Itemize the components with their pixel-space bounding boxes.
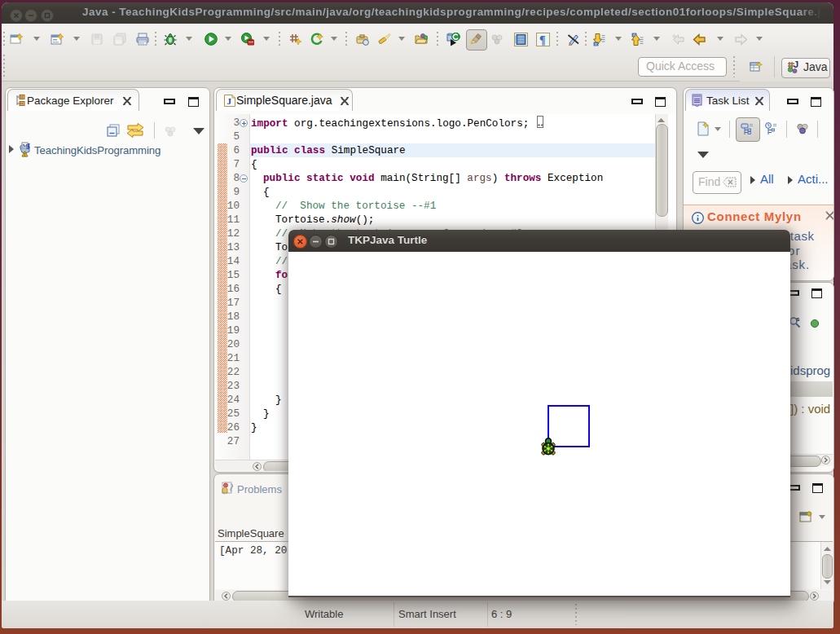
svg-text:J: J (26, 142, 30, 151)
svg-text:J: J (227, 96, 232, 106)
svg-text:!: ! (24, 152, 25, 157)
svg-text:¶: ¶ (539, 34, 546, 46)
svg-text:s: s (796, 315, 800, 323)
svg-text:J: J (794, 60, 798, 69)
